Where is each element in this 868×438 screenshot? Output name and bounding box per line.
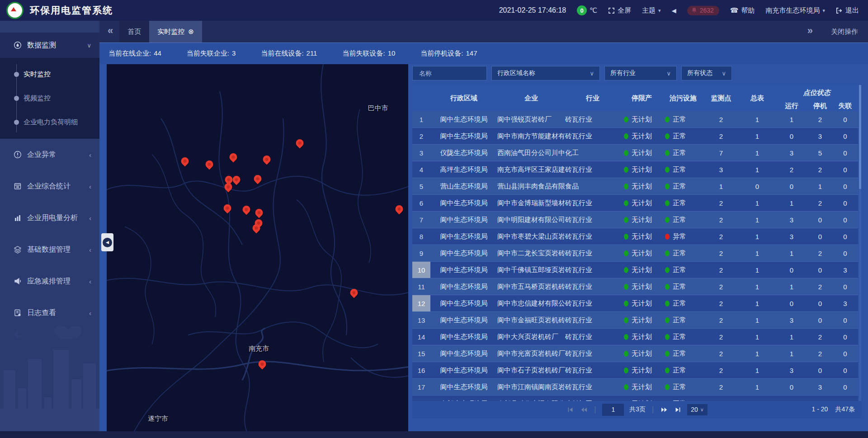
status-dot-icon [665, 184, 670, 189]
table-row[interactable]: 5 营山生态环境局 营山县润丰肉食品有限 食品 无计划 [412, 178, 858, 195]
row-index: 12 [412, 295, 430, 312]
table-row[interactable]: 13 阆中生态环境局 阆中市金福旺页岩机砖 砖瓦行业 无计划 [412, 312, 858, 329]
sidebar-item-emergency[interactable]: 应急减排管理 ‹ [0, 265, 99, 297]
stat-item: 当前停机设备: 147 [420, 49, 477, 58]
table-row[interactable]: 4 高坪生态环境局 南充市高坪区王家店建 砖瓦行业 无计划 [412, 161, 858, 178]
table-row[interactable]: 17 阆中生态环境局 阆中市江南镇阆南页岩 砖瓦行业 无计划 [412, 379, 858, 396]
tabs-scroll-right-button[interactable]: » [799, 25, 819, 38]
table-row[interactable]: 2 阆中生态环境局 阆中市南方节能建材有 砖瓦行业 无计划 [412, 128, 858, 145]
sidebar-item-power-analysis[interactable]: 企业用电量分析 ‹ [0, 202, 99, 234]
page-size-select[interactable]: 20 ∨ [687, 404, 708, 415]
cell-production-status: 无计划 [620, 111, 663, 128]
region-select[interactable]: 行政区域名称 ∨ [491, 66, 600, 80]
sidebar-item-data-monitor[interactable]: 数据监测 ∨ [0, 33, 99, 58]
filter-bar: 行政区域名称 ∨ 所有行业 ∨ 所有状态 ∨ [412, 66, 861, 81]
table-row[interactable]: 12 阆中生态环境局 阆中市忠信建材有限公 砖瓦行业 无计划 [412, 295, 858, 312]
tab-realtime-monitor[interactable]: 实时监控 ⊗ [149, 21, 202, 42]
cell-meters: 0 [739, 396, 775, 401]
org-menu[interactable]: 南充市生态环境局 ▾ [765, 6, 825, 15]
sidebar-item-company-anomaly[interactable]: 企业异常 ‹ [0, 139, 99, 170]
cell-company: 阆中市金福旺页岩机砖 [497, 312, 565, 329]
green-dot-icon [624, 250, 628, 256]
table-row[interactable]: 6 阆中生态环境局 阆中市金博瑞新型墙材 砖瓦行业 无计划 [412, 195, 858, 212]
cell-points: 2 [703, 195, 739, 212]
green-dot-icon [624, 384, 628, 390]
monitor-icon [14, 41, 22, 49]
table-row[interactable]: 1 阆中生态环境局 阆中强锐页岩砖厂 砖瓦行业 无计划 [412, 111, 858, 128]
industry-select[interactable]: 所有行业 ∨ [604, 66, 677, 80]
table-row[interactable]: 16 阆中生态环境局 阆中市石子页岩机砖厂 砖瓦行业 无计划 [412, 362, 858, 379]
caret-down-icon: ▾ [822, 8, 825, 14]
notification-pill[interactable]: 2632 [687, 6, 719, 15]
table-row[interactable]: 15 阆中生态环境局 阆中市光富页岩机砖厂 砖瓦行业 无计划 [412, 345, 858, 362]
right-panel: 行政区域名称 ∨ 所有行业 ∨ 所有状态 ∨ [412, 64, 861, 431]
table-row[interactable]: 3 仪陇生态环境局 西南油气田分公司川中 化工 无计划 [412, 145, 858, 161]
cell-production-status: 无计划 [620, 345, 663, 362]
green-dot-icon [624, 217, 628, 223]
table-row[interactable]: 10 阆中生态环境局 阆中千佛镇五郎垭页岩 砖瓦行业 无计划 [412, 262, 858, 278]
cell-meters: 1 [739, 312, 775, 329]
cell-stopped: 2 [808, 345, 832, 362]
cell-running: 3 [775, 312, 808, 329]
sidebar-item-company-stats[interactable]: 企业综合统计 ‹ [0, 170, 99, 202]
sidebar-subitem[interactable]: 视频监控 [0, 86, 99, 110]
tab-home[interactable]: 首页 [119, 21, 149, 42]
table-row[interactable]: 11 阆中生态环境局 阆中市五马桥页岩机砖 砖瓦行业 无计划 [412, 278, 858, 295]
tab-close-icon[interactable]: ⊗ [188, 28, 194, 36]
green-dot-icon [624, 117, 628, 122]
last-page-button[interactable] [674, 406, 682, 413]
table-scrollbar[interactable] [859, 85, 861, 401]
status-dot-icon [665, 334, 670, 340]
sidebar-subitem[interactable]: 实时监控 [0, 62, 99, 86]
status-dot-icon [665, 250, 670, 256]
next-page-button[interactable] [660, 406, 668, 413]
status-select[interactable]: 所有状态 ∨ [681, 66, 732, 80]
chevron-down-icon: ∨ [87, 42, 91, 49]
map-panel[interactable]: 巴中市 南充市 遂宁市 [107, 64, 408, 431]
cell-points: 3 [703, 161, 739, 178]
cell-industry: 砖瓦行业 [565, 228, 620, 245]
cell-production-status: 无计划 [620, 262, 663, 278]
cell-industry: 砖瓦行业 [565, 212, 620, 228]
prev-page-button[interactable] [580, 406, 588, 413]
green-dot-icon [624, 367, 628, 373]
tabs-scroll-left-button[interactable]: « [99, 25, 119, 38]
status-dot-icon [665, 167, 670, 173]
status-dot-icon [665, 367, 670, 373]
first-page-button[interactable] [566, 406, 574, 413]
table-row[interactable]: 7 阆中生态环境局 阆中明阳建材有限公司 砖瓦行业 无计划 [412, 212, 858, 228]
cell-region: 高坪生态环境局 [430, 161, 497, 178]
help-button[interactable]: ☎ 帮助 [730, 6, 755, 15]
sound-toggle[interactable]: ◀ [672, 7, 676, 14]
sidebar-item-base-data[interactable]: 基础数据管理 ‹ [0, 234, 99, 265]
cell-facility-status: 正常 [663, 345, 703, 362]
cell-facility-status: 正常 [663, 262, 703, 278]
cell-industry: 砖瓦行业 [565, 195, 620, 212]
row-index: 2 [412, 128, 430, 145]
cell-offline: 3 [832, 262, 858, 278]
table-row[interactable]: 8 阆中生态环境局 阆中市枣碧大梁山页岩 砖瓦行业 无计划 [412, 228, 858, 245]
page-number-input[interactable] [602, 404, 624, 416]
close-operations-button[interactable]: 关闭操作 [831, 28, 858, 36]
name-search-field[interactable] [412, 66, 487, 80]
table-row[interactable]: 14 阆中生态环境局 阆中大兴页岩机砖厂 砖瓦行业 无计划 [412, 329, 858, 345]
megaphone-icon [14, 277, 22, 285]
logout-button[interactable]: 退出 [836, 6, 859, 15]
cell-offline: 0 [832, 212, 858, 228]
sidebar-subitem[interactable]: 企业电力负荷明细 [0, 110, 99, 134]
fullscreen-button[interactable]: 全屏 [608, 6, 631, 15]
theme-menu[interactable]: 主题 ▾ [642, 6, 661, 15]
table-row[interactable]: 18 南部生态环境局 南部县砂化水泥有限公 建材加工 无计划 [412, 396, 858, 401]
name-search-input[interactable] [418, 69, 481, 77]
map-collapse-button[interactable]: ◀ [101, 233, 113, 251]
cell-stopped: 0 [808, 362, 832, 379]
stat-item: 当前失联企业: 3 [187, 49, 236, 58]
status-dot-icon [665, 317, 670, 323]
app-root: 环保用电监管系统 2021-02-25 17:46:18 0 ℃ 全屏 主题 ▾… [0, 0, 868, 438]
cell-meters: 1 [739, 345, 775, 362]
cell-production-status: 无计划 [620, 145, 663, 161]
sidebar-item-logs[interactable]: 日志查看 ‹ [0, 297, 99, 329]
table-row[interactable]: 9 阆中生态环境局 阆中市二龙长宝页岩砖 砖瓦行业 无计划 [412, 245, 858, 262]
record-range-label: 1 - 20 [812, 405, 828, 414]
cell-offline: 0 [832, 278, 858, 295]
